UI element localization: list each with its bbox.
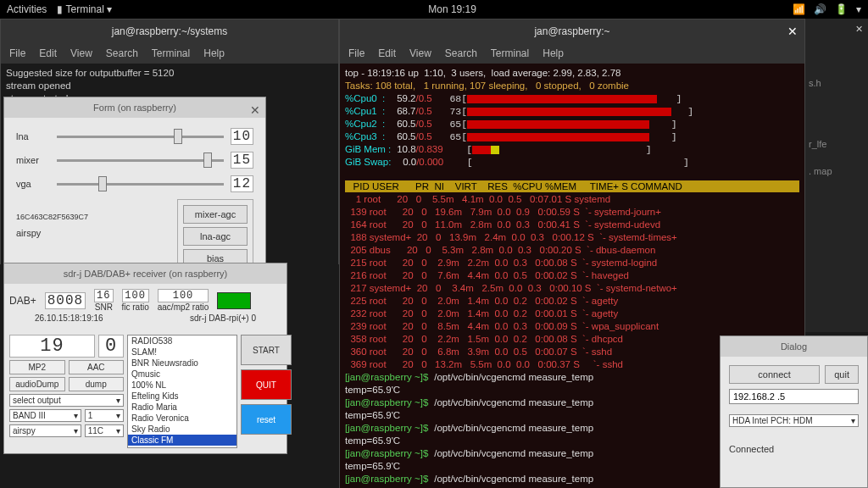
titlebar[interactable]: jan@raspberry:~/systems <box>1 19 338 43</box>
status-label: Connected <box>729 444 859 454</box>
menu-edit[interactable]: Edit <box>39 47 57 59</box>
bg-text: r_lfe <box>809 139 860 149</box>
aac-value: 100 <box>158 289 209 302</box>
slider-label: vga <box>16 179 50 189</box>
chevron-down-icon: ▾ <box>74 426 78 435</box>
station-item[interactable]: Qmusic <box>128 369 236 380</box>
menu-help[interactable]: Help <box>542 47 564 59</box>
station-item[interactable]: Classic FM <box>128 435 236 446</box>
chevron-down-icon: ▾ <box>116 396 120 405</box>
station-item[interactable]: RADIO538 <box>128 336 236 347</box>
serial-label: 16C463C82F5639C7 <box>16 213 170 221</box>
snr-label: SNR <box>94 302 113 312</box>
mixer-agc-button[interactable]: mixer-agc <box>183 205 248 224</box>
datetime: 26.10.15:18:19:16 <box>35 313 103 323</box>
start-button[interactable]: START <box>241 335 292 365</box>
menu-terminal[interactable]: Terminal <box>491 47 529 59</box>
station-item[interactable]: Sublime <box>128 446 236 448</box>
audiodump-button[interactable]: audioDump <box>9 377 65 391</box>
station-item[interactable]: Radio Maria <box>128 402 236 413</box>
sdrj-window: sdr-j DAB/DAB+ receiver (on raspberry) D… <box>3 263 287 454</box>
station-item[interactable]: SLAM! <box>128 347 236 358</box>
station-item[interactable]: 100% NL <box>128 380 236 391</box>
clock[interactable]: Mon 19:19 <box>112 3 793 15</box>
slider-vga[interactable] <box>57 183 224 186</box>
menubar: File Edit View Search Terminal Help <box>1 43 338 64</box>
tune-display-2: 0 <box>98 335 124 358</box>
close-icon[interactable]: ✕ <box>787 25 798 38</box>
freq-display: 8008 <box>45 292 86 309</box>
menu-search[interactable]: Search <box>445 47 477 59</box>
menu-edit[interactable]: Edit <box>378 47 396 59</box>
lna-agc-button[interactable]: lna-agc <box>183 227 248 246</box>
slider-row-mixer: mixer 15 <box>8 148 262 172</box>
band-n-select[interactable]: 1▾ <box>85 409 124 422</box>
menu-file[interactable]: File <box>9 47 25 59</box>
background-window: ✕ s.h r_lfe . map <box>800 19 868 332</box>
channel-select[interactable]: 11C▾ <box>85 424 124 437</box>
dump-button[interactable]: dump <box>69 377 125 391</box>
version-label: sdr-j DAB-rpi(+) 0 <box>190 313 256 323</box>
battery-icon[interactable]: 🔋 <box>835 3 848 15</box>
signal-indicator <box>217 292 251 309</box>
chevron-down-icon: ▾ <box>851 416 855 425</box>
titlebar[interactable]: sdr-j DAB/DAB+ receiver (on raspberry) <box>4 263 287 284</box>
quit-button[interactable]: QUIT <box>241 369 292 400</box>
menu-view[interactable]: View <box>409 47 431 59</box>
slider-mixer[interactable] <box>57 159 224 162</box>
top-panel: Activities ▮ Terminal ▾ Mon 19:19 📶 🔊 🔋 … <box>0 0 868 19</box>
slider-value: 12 <box>231 175 253 192</box>
aac-button[interactable]: AAC <box>69 360 125 374</box>
menu-help[interactable]: Help <box>203 47 225 59</box>
slider-value: 10 <box>231 128 253 145</box>
aac-label: aac/mp2 ratio <box>158 302 209 312</box>
tune-display-1: 19 <box>9 335 95 358</box>
station-item[interactable]: Radio Veronica <box>128 413 236 424</box>
slider-label: lna <box>16 131 50 141</box>
close-icon[interactable]: ✕ <box>250 100 260 120</box>
menu-search[interactable]: Search <box>106 47 138 59</box>
titlebar[interactable]: Dialog <box>721 336 867 357</box>
close-icon[interactable]: ✕ <box>855 24 863 35</box>
connect-dialog: Dialog connect quit HDA Intel PCH: HDM▾ … <box>720 336 868 488</box>
fic-label: fic ratio <box>122 302 149 312</box>
slider-row-lna: lna 10 <box>8 125 262 148</box>
ip-input[interactable] <box>729 389 859 404</box>
station-item[interactable]: Efteling Kids <box>128 391 236 402</box>
form-dialog: Form (on raspberry)✕ lna 10 mixer 15 vga… <box>3 97 266 281</box>
volume-icon[interactable]: 🔊 <box>814 3 826 15</box>
slider-value: 15 <box>231 152 253 169</box>
slider-label: mixer <box>16 155 50 165</box>
snr-value: 16 <box>94 289 113 302</box>
slider-lna[interactable] <box>57 136 224 138</box>
chevron-down-icon: ▾ <box>116 411 120 420</box>
mp2-button[interactable]: MP2 <box>9 360 65 374</box>
chevron-down-icon[interactable]: ▾ <box>856 3 861 15</box>
band-select[interactable]: BAND III▾ <box>9 409 81 422</box>
connect-button[interactable]: connect <box>729 365 820 384</box>
bg-text: . map <box>809 166 860 176</box>
reset-button[interactable]: reset <box>241 404 292 435</box>
menu-file[interactable]: File <box>348 47 364 59</box>
activities-button[interactable]: Activities <box>7 3 47 15</box>
menu-terminal[interactable]: Terminal <box>152 47 190 59</box>
output-select[interactable]: select output▾ <box>9 394 124 407</box>
menubar: File Edit View Search Terminal Help <box>340 43 804 64</box>
titlebar[interactable]: jan@raspberry:~✕ <box>340 19 804 43</box>
app-menu[interactable]: ▮ Terminal ▾ <box>57 3 112 15</box>
network-icon[interactable]: 📶 <box>793 3 805 15</box>
chevron-down-icon: ▾ <box>74 411 78 420</box>
bg-text: s.h <box>809 78 860 88</box>
menu-view[interactable]: View <box>70 47 92 59</box>
device-select[interactable]: HDA Intel PCH: HDM▾ <box>729 414 859 427</box>
slider-row-vga: vga 12 <box>8 172 262 196</box>
chevron-down-icon: ▾ <box>116 426 120 435</box>
fic-value: 100 <box>122 289 149 302</box>
station-item[interactable]: Sky Radio <box>128 424 236 435</box>
station-item[interactable]: BNR Nieuwsradio <box>128 358 236 369</box>
mode-label: DAB+ <box>9 295 36 307</box>
quit-button[interactable]: quit <box>825 365 859 384</box>
station-list[interactable]: RADIO538SLAM!BNR NieuwsradioQmusic100% N… <box>127 335 237 448</box>
driver-select[interactable]: airspy▾ <box>9 424 81 437</box>
titlebar[interactable]: Form (on raspberry)✕ <box>4 97 265 118</box>
